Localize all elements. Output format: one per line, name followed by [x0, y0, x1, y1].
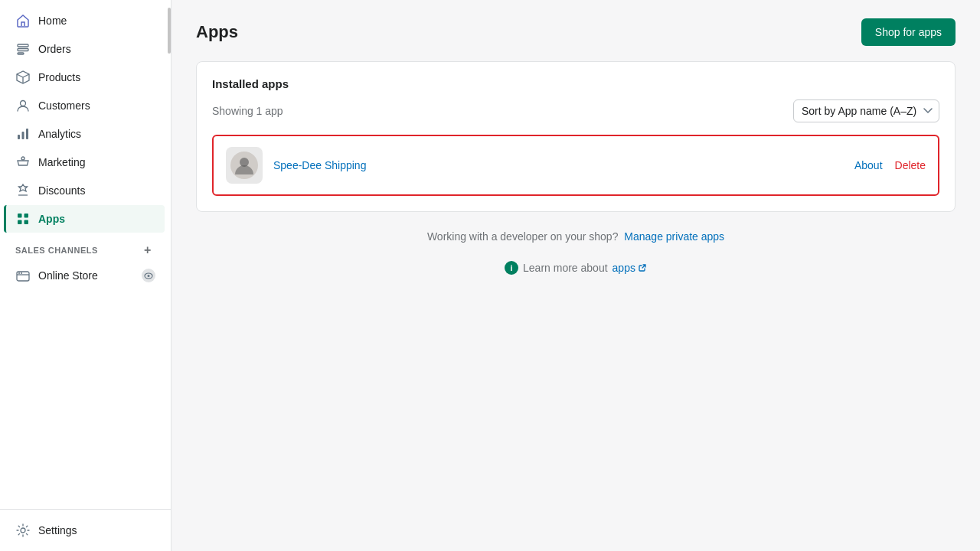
sidebar-item-orders-label: Orders: [38, 43, 71, 55]
sidebar-nav: Home Orders Products: [0, 0, 171, 509]
info-icon: i: [505, 261, 518, 275]
add-sales-channel-button[interactable]: +: [140, 243, 155, 258]
sidebar-item-home[interactable]: Home: [6, 7, 165, 34]
page-header: Apps Shop for apps: [196, 18, 956, 46]
orders-icon: [15, 41, 31, 57]
manage-private-apps-link[interactable]: Manage private apps: [624, 230, 724, 243]
svg-point-14: [18, 272, 20, 274]
svg-rect-6: [26, 129, 28, 139]
sidebar-item-analytics[interactable]: Analytics: [6, 120, 165, 148]
home-icon: [15, 13, 31, 28]
sidebar-item-marketing-label: Marketing: [38, 156, 85, 168]
svg-rect-0: [18, 44, 28, 47]
app-logo-spee-dee: [226, 147, 263, 184]
app-delete-link[interactable]: Delete: [895, 159, 926, 171]
svg-point-7: [21, 157, 24, 160]
sales-channels-label: SALES CHANNELS: [15, 246, 98, 255]
sidebar-item-customers-label: Customers: [38, 99, 90, 112]
app-about-link[interactable]: About: [854, 159, 883, 171]
sidebar-item-apps[interactable]: Apps: [4, 205, 165, 233]
sidebar-item-home-label: Home: [38, 15, 67, 27]
sidebar-item-online-store-label: Online Store: [38, 269, 98, 282]
sidebar-scrollbar-thumb[interactable]: [168, 8, 171, 54]
installed-apps-title: Installed apps: [212, 77, 939, 90]
main-content: Apps Shop for apps Installed apps Showin…: [172, 0, 980, 551]
svg-point-18: [21, 528, 25, 533]
app-name-spee-dee[interactable]: Spee-Dee Shipping: [273, 159, 844, 171]
learn-more-section: i Learn more about apps: [196, 261, 956, 275]
sidebar-item-marketing[interactable]: Marketing: [6, 148, 165, 176]
sidebar-item-settings-label: Settings: [38, 524, 77, 536]
sidebar-item-products-label: Products: [38, 71, 80, 83]
shop-apps-button[interactable]: Shop for apps: [861, 18, 956, 46]
svg-point-17: [148, 275, 150, 277]
sidebar-footer: Settings: [0, 509, 171, 551]
svg-rect-1: [18, 49, 28, 51]
sidebar-item-apps-label: Apps: [38, 213, 65, 225]
svg-rect-12: [24, 220, 29, 225]
svg-point-3: [21, 101, 26, 106]
sidebar-item-products[interactable]: Products: [6, 64, 165, 91]
sidebar-item-online-store[interactable]: Online Store: [6, 262, 165, 289]
sort-select[interactable]: Sort by App name (A–Z) Sort by App name …: [793, 99, 939, 122]
sidebar-item-orders[interactable]: Orders: [6, 35, 165, 63]
showing-count: Showing 1 app: [212, 105, 283, 117]
installed-apps-card: Installed apps Showing 1 app Sort by App…: [196, 61, 956, 212]
sidebar-item-discounts[interactable]: Discounts: [6, 177, 165, 204]
sales-channels-section: SALES CHANNELS +: [0, 233, 171, 261]
page-title: Apps: [196, 22, 238, 42]
marketing-icon: [15, 155, 31, 170]
svg-rect-11: [18, 220, 22, 225]
external-link-icon: [638, 263, 647, 272]
apps-learn-more-link[interactable]: apps: [612, 262, 647, 274]
sidebar-item-discounts-label: Discounts: [38, 184, 85, 197]
settings-icon: [15, 523, 31, 538]
online-store-icon: [15, 268, 31, 283]
svg-rect-4: [18, 135, 20, 139]
svg-rect-10: [24, 214, 29, 218]
working-with-developer-text: Working with a developer on your shop? M…: [196, 230, 956, 243]
learn-more-text: Learn more about: [523, 262, 608, 274]
sidebar-item-analytics-label: Analytics: [38, 128, 81, 140]
svg-point-15: [21, 272, 22, 274]
svg-rect-5: [22, 132, 24, 139]
customers-icon: [15, 98, 31, 113]
svg-rect-9: [18, 214, 22, 218]
svg-rect-2: [18, 53, 24, 54]
showing-row: Showing 1 app Sort by App name (A–Z) Sor…: [212, 99, 939, 122]
app-row-spee-dee: Spee-Dee Shipping About Delete: [212, 135, 939, 196]
discounts-icon: [15, 183, 31, 198]
app-actions: About Delete: [854, 159, 926, 171]
sidebar-item-settings[interactable]: Settings: [6, 517, 165, 544]
sidebar: Home Orders Products: [0, 0, 172, 551]
sidebar-item-customers[interactable]: Customers: [6, 92, 165, 119]
analytics-icon: [15, 126, 31, 142]
online-store-eye-icon[interactable]: [142, 269, 155, 282]
apps-icon: [15, 211, 31, 227]
sidebar-scrollbar-track[interactable]: [166, 0, 171, 551]
products-icon: [15, 70, 31, 85]
